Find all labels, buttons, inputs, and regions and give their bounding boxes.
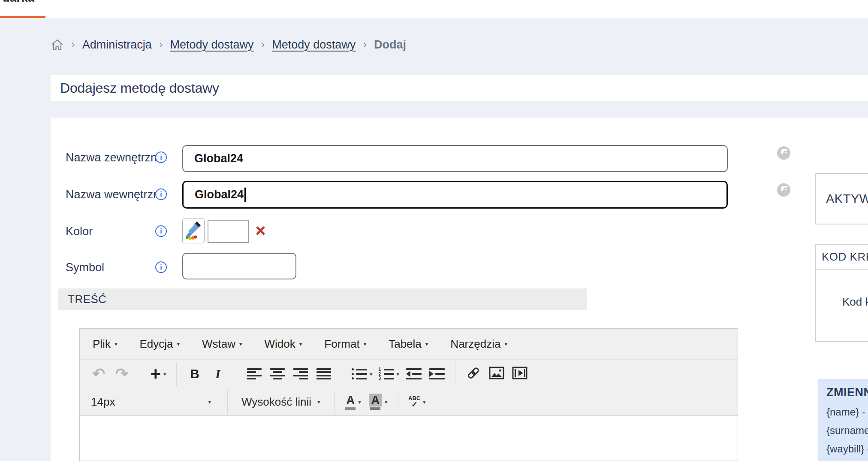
info-icon[interactable]: i <box>155 188 167 200</box>
menu-format[interactable]: Format▾ <box>324 337 366 351</box>
eyedropper-icon <box>185 220 202 241</box>
redo-icon: ↷ <box>115 366 128 382</box>
align-left-button[interactable] <box>246 363 263 385</box>
text-cursor <box>244 188 246 202</box>
menu-plik[interactable]: Plik▾ <box>93 337 117 351</box>
numbered-list-icon: 1 2 3 <box>379 368 394 379</box>
caret-down-icon: ▾ <box>370 371 373 377</box>
caret-down-icon: ▾ <box>163 371 166 377</box>
undo-button[interactable]: ↶ <box>90 363 107 385</box>
undo-icon: ↶ <box>92 366 105 382</box>
line-height-label: Wysokość linii <box>241 395 311 409</box>
text-color-button[interactable]: A ▾ <box>345 391 362 413</box>
text-color-icon: A <box>345 394 356 410</box>
caret-down-icon: ▾ <box>317 399 320 405</box>
editor-menubar: Plik▾ Edycja▾ Wstaw▾ Widok▾ Format▾ Tabe… <box>80 329 738 360</box>
breadcrumb: › Administracja › Metody dostawy › Metod… <box>51 36 406 53</box>
link-icon <box>466 366 481 382</box>
home-icon[interactable] <box>51 38 64 52</box>
caret-down-icon: ▾ <box>208 399 211 405</box>
toolbar-divider <box>398 390 398 414</box>
editor-toolbar: ↶ ↷ +▾ B I ▾ 1 2 <box>80 360 738 388</box>
insert-link-button[interactable] <box>465 363 482 385</box>
top-nav-bar: darka <box>0 0 868 18</box>
info-icon[interactable]: i <box>155 225 167 237</box>
content-section-header: TREŚĆ <box>58 288 587 310</box>
active-status-box[interactable]: AKTYWN <box>815 173 868 224</box>
variable-item: {surname} <box>826 425 868 436</box>
variables-panel: ZMIENN {name} - i {surname} {waybill} - <box>818 379 868 461</box>
caret-down-icon: ▾ <box>299 341 302 347</box>
caret-down-icon: ▾ <box>504 341 507 347</box>
background-color-icon: A <box>369 394 383 410</box>
color-value-input[interactable] <box>208 220 249 243</box>
italic-icon: I <box>215 367 220 381</box>
symbol-label: Symbol <box>66 261 104 274</box>
justify-button[interactable] <box>315 363 332 385</box>
clear-color-icon[interactable] <box>255 225 266 237</box>
indent-icon <box>429 368 445 379</box>
barcode-field-label: Kod k <box>842 295 868 309</box>
bold-icon: B <box>190 367 199 381</box>
editor-content-area[interactable] <box>80 416 738 461</box>
caret-down-icon: ▾ <box>239 341 242 347</box>
barcode-panel-body: Kod k <box>816 270 868 309</box>
info-icon[interactable]: i <box>155 152 167 163</box>
internal-name-label: Nazwa wewnętrzna <box>66 188 166 201</box>
globe-icon[interactable] <box>777 146 790 160</box>
toolbar-divider <box>334 390 335 414</box>
bullet-list-icon <box>352 368 367 379</box>
breadcrumb-item-administracja[interactable]: Administracja <box>82 38 152 52</box>
align-center-button[interactable] <box>269 363 286 385</box>
clipped-tab-label[interactable]: darka <box>3 0 35 5</box>
outdent-button[interactable] <box>405 363 422 385</box>
variables-panel-title: ZMIENN <box>826 386 868 399</box>
menu-edycja[interactable]: Edycja▾ <box>139 337 180 351</box>
insert-image-button[interactable] <box>488 363 505 385</box>
info-icon[interactable]: i <box>155 261 167 273</box>
numbered-list-button[interactable]: 1 2 3 ▾ <box>379 363 400 385</box>
variable-item: {waybill} - <box>826 443 868 455</box>
internal-name-input[interactable]: Global24 <box>182 181 728 209</box>
media-icon <box>512 367 527 381</box>
globe-icon[interactable] <box>777 183 790 197</box>
content-section-title: TREŚĆ <box>68 293 107 306</box>
toolbar-divider <box>227 390 228 414</box>
indent-button[interactable] <box>428 363 446 385</box>
caret-down-icon: ▾ <box>115 341 118 347</box>
caret-down-icon: ▾ <box>364 341 367 347</box>
menu-widok[interactable]: Widok▾ <box>265 337 302 351</box>
align-left-icon <box>247 368 262 379</box>
toolbar-divider <box>236 362 236 386</box>
breadcrumb-link-metody-dostawy[interactable]: Metody dostawy <box>170 38 253 52</box>
caret-down-icon: ▾ <box>358 399 361 405</box>
insert-media-button[interactable] <box>511 363 528 385</box>
rich-text-editor: Plik▾ Edycja▾ Wstaw▾ Widok▾ Format▾ Tabe… <box>79 328 738 461</box>
align-center-icon <box>270 368 285 379</box>
menu-wstaw[interactable]: Wstaw▾ <box>202 337 242 351</box>
plus-icon: + <box>150 367 161 381</box>
font-size-value: 14px <box>91 395 115 409</box>
symbol-input[interactable] <box>182 253 296 279</box>
color-picker-button[interactable] <box>182 218 205 243</box>
menu-tabela[interactable]: Tabela▾ <box>389 337 428 351</box>
spellcheck-button[interactable]: ABC ✓ ▾ <box>409 391 426 413</box>
chevron-right-icon: › <box>71 38 75 51</box>
toolbar-divider <box>176 362 177 386</box>
background-color-button[interactable]: A ▾ <box>369 391 388 413</box>
chevron-right-icon: › <box>261 38 265 51</box>
bold-button[interactable]: B <box>186 363 203 385</box>
external-name-input[interactable] <box>182 145 728 172</box>
spellcheck-icon: ABC ✓ <box>409 396 421 408</box>
menu-narzedzia[interactable]: Narzędzia▾ <box>450 337 507 351</box>
align-right-button[interactable] <box>292 363 309 385</box>
redo-button[interactable]: ↷ <box>113 363 130 385</box>
barcode-panel: KOD KRES Kod k <box>815 244 868 342</box>
insert-button[interactable]: +▾ <box>150 363 167 385</box>
bullet-list-button[interactable]: ▾ <box>352 363 373 385</box>
line-height-dropdown[interactable]: Wysokość linii ▾ <box>238 391 324 413</box>
italic-button[interactable]: I <box>209 363 226 385</box>
font-size-dropdown[interactable]: 14px ▾ <box>88 391 217 413</box>
breadcrumb-link-metody-dostawy-2[interactable]: Metody dostawy <box>272 38 356 52</box>
screen: darka › Administracja › Metody dostawy ›… <box>0 0 868 461</box>
